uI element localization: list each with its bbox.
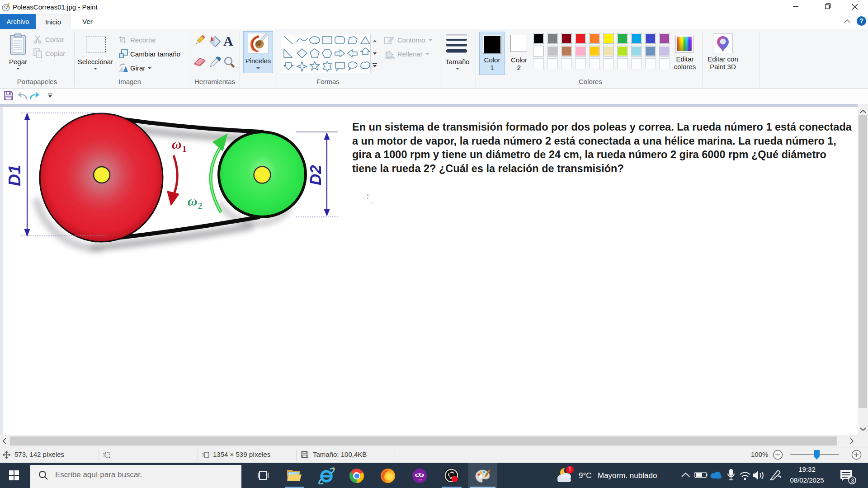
- svg-text:D2: D2: [307, 165, 324, 185]
- svg-text:2: 2: [198, 201, 203, 211]
- svg-text:1: 1: [103, 452, 105, 457]
- svg-text:D1: D1: [5, 165, 24, 186]
- svg-text:1: 1: [202, 452, 204, 457]
- svg-text:ω: ω: [188, 193, 198, 208]
- svg-text:1: 1: [182, 144, 187, 154]
- svg-text:3: 3: [851, 477, 854, 484]
- svg-text:ω: ω: [172, 136, 182, 151]
